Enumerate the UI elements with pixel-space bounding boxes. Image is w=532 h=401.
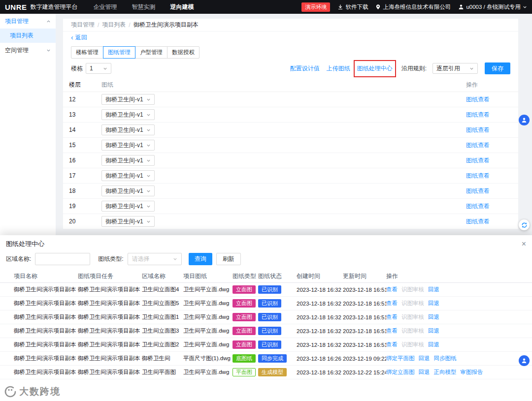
cell-drawing-status: 已识别 xyxy=(258,327,297,336)
company-menu[interactable]: 上海叁维信息技术有限公司 xyxy=(375,3,451,11)
row-action-link[interactable]: 回退 xyxy=(419,369,430,376)
sidebar-group-space-management[interactable]: 空间管理 xyxy=(0,43,56,58)
sidebar-item-project-list[interactable]: 项目列表 xyxy=(0,29,56,43)
drawing-view-link[interactable]: 图纸查看 xyxy=(466,96,490,103)
breadcrumb-project-list[interactable]: 项目列表 xyxy=(102,21,126,29)
drawing-select[interactable]: 御桥卫生间-v1 xyxy=(101,170,155,181)
floors-table-row: 20御桥卫生间-v1图纸查看 xyxy=(63,214,518,229)
nav-item-smart-survey[interactable]: 智慧实测 xyxy=(132,3,156,11)
toolbar: 楼栋 1 配置设计值 上传图纸 图纸处理中心 沿用规则: 逐层引用 保存 xyxy=(63,59,518,78)
configure-design-values-link[interactable]: 配置设计值 xyxy=(290,64,320,73)
region-name-input[interactable] xyxy=(35,253,90,265)
toolbar-right: 配置设计值 上传图纸 图纸处理中心 沿用规则: 逐层引用 保存 xyxy=(290,62,510,74)
cell-project-name: 御桥卫生间演示项目副本 xyxy=(14,313,78,321)
drawing-select[interactable]: 御桥卫生间-v1 xyxy=(101,140,155,151)
drawer-col-header: 图纸项目任务 xyxy=(78,272,142,280)
user-icon xyxy=(458,4,464,10)
sidebar-item-label: 项目列表 xyxy=(10,31,33,40)
cell-project-name: 御桥卫生间演示项目副本 xyxy=(14,369,78,376)
row-action-link[interactable]: 审图报告 xyxy=(461,369,483,376)
drawing-view-link[interactable]: 图纸查看 xyxy=(466,172,490,179)
row-action-link[interactable]: 回退 xyxy=(428,313,439,321)
row-action-link[interactable]: 查看 xyxy=(386,327,398,335)
watermark: 大数跨境 xyxy=(4,385,61,398)
tab-building-management[interactable]: 楼栋管理 xyxy=(71,46,103,59)
upload-drawing-link[interactable]: 上传图纸 xyxy=(327,64,350,73)
drawing-view-link[interactable]: 图纸查看 xyxy=(466,126,490,133)
row-action-link[interactable]: 回退 xyxy=(419,355,430,362)
drawing-view-link[interactable]: 图纸查看 xyxy=(466,187,490,194)
project-card: 项目管理 / 项目列表 / 御桥卫生间演示项目副本 ‹ 返回 楼栋管理 图纸管理… xyxy=(63,19,518,229)
floor-action-cell: 图纸查看 xyxy=(466,202,512,211)
drawing-view-link[interactable]: 图纸查看 xyxy=(466,203,490,210)
cell-drawing-status: 已识别 xyxy=(258,313,297,322)
row-action-link[interactable]: 回退 xyxy=(428,341,439,348)
building-select[interactable]: 1 xyxy=(86,63,111,74)
drawing-select[interactable]: 御桥卫生间-v1 xyxy=(101,185,155,196)
rule-select[interactable]: 逐层引用 xyxy=(432,63,478,74)
nav-item-enterprise[interactable]: 企业管理 xyxy=(94,3,117,11)
drawing-process-center-link[interactable]: 图纸处理中心 xyxy=(357,65,393,72)
drawing-select-value: 御桥卫生间-v1 xyxy=(105,111,143,119)
tab-drawing-management[interactable]: 图纸管理 xyxy=(103,46,135,59)
chevron-down-icon xyxy=(523,5,527,9)
drawing-view-link[interactable]: 图纸查看 xyxy=(466,157,490,164)
row-action-link[interactable]: 绑定平面图 xyxy=(386,355,415,362)
drawing-type-badge: 立面图 xyxy=(233,327,256,336)
row-action-link[interactable]: 同步图纸 xyxy=(434,355,457,362)
row-action-link[interactable]: 回退 xyxy=(428,300,439,307)
cell-drawing-type: 立面图 xyxy=(233,327,258,336)
tab-data-authorization[interactable]: 数据授权 xyxy=(167,46,200,59)
chevron-down-icon xyxy=(469,66,474,71)
sidebar: 项目管理 项目列表 空间管理 xyxy=(0,14,56,235)
row-action-link[interactable]: 绑定立面图 xyxy=(386,369,415,376)
nav-item-reverse-modeling[interactable]: 逆向建模 xyxy=(170,3,194,11)
chevron-down-icon xyxy=(146,158,151,163)
drawing-type-label: 图纸类型: xyxy=(98,255,123,263)
assistant-float-button[interactable] xyxy=(519,355,530,366)
user-menu[interactable]: u0003 / 叁锐测试专用 xyxy=(458,3,527,11)
back-button[interactable]: ‹ 返回 xyxy=(63,31,518,43)
refresh-button[interactable]: 刷新 xyxy=(216,253,241,265)
drawing-view-link[interactable]: 图纸查看 xyxy=(466,111,490,118)
assistant-float-button[interactable] xyxy=(519,115,530,125)
software-download-link[interactable]: 软件下载 xyxy=(337,3,368,11)
sync-icon xyxy=(521,222,528,228)
breadcrumb-project-management[interactable]: 项目管理 xyxy=(71,21,95,29)
row-action-link[interactable]: 查看 xyxy=(386,286,398,293)
query-button[interactable]: 查询 xyxy=(189,253,212,265)
drawing-view-link[interactable]: 图纸查看 xyxy=(466,142,490,149)
cell-project-name: 御桥卫生间演示项目副本 xyxy=(14,300,78,307)
row-action-link[interactable]: 查看 xyxy=(386,313,398,321)
service-float-button[interactable] xyxy=(519,219,530,230)
floor-number: 20 xyxy=(69,218,101,225)
sidebar-group-project-management[interactable]: 项目管理 xyxy=(0,14,56,29)
drawing-select[interactable]: 御桥卫生间-v1 xyxy=(101,216,155,227)
drawing-view-link[interactable]: 图纸查看 xyxy=(466,218,490,225)
row-action-link[interactable]: 回退 xyxy=(428,286,439,293)
row-action-link[interactable]: 查看 xyxy=(386,341,398,348)
cell-drawing-status: 已识别 xyxy=(258,340,297,349)
drawer-table-row: 御桥卫生间演示项目副本御桥卫生间演示项目副本卫生间立面图2卫生间平立面.dwg立… xyxy=(0,338,532,352)
cell-updated-time: 2023-12-18 16:51 xyxy=(343,314,386,320)
drawing-select[interactable]: 御桥卫生间-v1 xyxy=(101,94,155,105)
drawing-type-select[interactable]: 请选择 xyxy=(128,253,182,265)
floor-action-cell: 图纸查看 xyxy=(466,187,512,195)
row-action-link[interactable]: 回退 xyxy=(428,327,439,335)
region-name-label: 区域名称: xyxy=(6,255,31,263)
drawer-col-header: 更新时间 xyxy=(343,272,386,280)
drawing-select[interactable]: 御桥卫生间-v1 xyxy=(101,124,155,135)
rule-select-value: 逐层引用 xyxy=(436,64,460,73)
drawing-select[interactable]: 御桥卫生间-v1 xyxy=(101,201,155,212)
floor-action-cell: 图纸查看 xyxy=(466,126,512,134)
row-action-link[interactable]: 查看 xyxy=(386,300,398,307)
row-action-link[interactable]: 正向模型 xyxy=(434,369,457,376)
tab-unit-management[interactable]: 户型管理 xyxy=(135,46,167,59)
drawing-select[interactable]: 御桥卫生间-v1 xyxy=(101,155,155,166)
close-icon[interactable]: × xyxy=(522,240,526,248)
drawing-select[interactable]: 御桥卫生间-v1 xyxy=(101,109,155,120)
cell-drawing-file: 卫生间平立面.dwg xyxy=(183,369,233,376)
save-button[interactable]: 保存 xyxy=(485,62,510,74)
drawing-status-badge: 已识别 xyxy=(258,340,281,349)
drawer-col-header: 项目名称 xyxy=(14,272,78,280)
